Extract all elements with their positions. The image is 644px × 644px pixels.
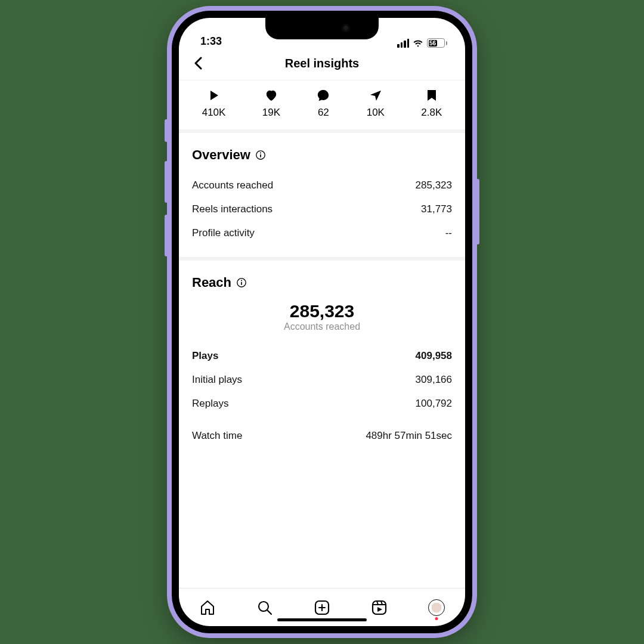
phone-frame: 1:33 56 Reel insights xyxy=(167,6,477,638)
comment-icon xyxy=(317,89,330,102)
battery-icon: 56 xyxy=(427,38,447,48)
overview-section: Overview Accounts reached 285,323 Reels … xyxy=(179,133,465,261)
notch xyxy=(265,18,379,39)
stat-plays-value: 410K xyxy=(202,107,226,119)
row-label: Plays xyxy=(192,350,218,362)
info-icon[interactable] xyxy=(255,150,266,160)
phone-power-button xyxy=(476,179,479,244)
row-label: Replays xyxy=(192,398,228,410)
row-label: Watch time xyxy=(192,430,242,442)
stat-saves-value: 2.8K xyxy=(421,107,442,119)
stat-saves[interactable]: 2.8K xyxy=(421,89,442,119)
row-value: 100,792 xyxy=(416,398,452,410)
row-value: 31,773 xyxy=(421,203,452,215)
row-label: Profile activity xyxy=(192,227,255,239)
phone-mute-switch xyxy=(165,119,168,142)
svg-point-1 xyxy=(260,153,261,154)
home-icon xyxy=(199,599,216,616)
stat-likes[interactable]: 19K xyxy=(262,89,280,119)
info-icon[interactable] xyxy=(236,277,247,288)
nav-search[interactable] xyxy=(256,599,274,617)
overview-title: Overview xyxy=(192,147,250,163)
reach-accounts-label: Accounts reached xyxy=(192,321,452,332)
row-label: Accounts reached xyxy=(192,179,273,191)
row-value: 489hr 57min 51sec xyxy=(366,430,452,442)
cellular-signal-icon xyxy=(397,39,409,48)
notification-dot xyxy=(435,617,438,620)
row-label: Initial plays xyxy=(192,374,242,386)
nav-create[interactable] xyxy=(313,599,331,617)
nav-home[interactable] xyxy=(199,599,216,617)
phone-volume-up xyxy=(165,161,168,203)
play-icon xyxy=(208,89,220,101)
row-label: Reels interactions xyxy=(192,203,273,215)
stat-shares-value: 10K xyxy=(367,107,385,119)
bookmark-icon xyxy=(426,89,437,102)
screen: 1:33 56 Reel insights xyxy=(179,18,465,626)
reach-section: Reach 285,323 Accounts reached Plays 409… xyxy=(179,261,465,460)
status-time: 1:33 xyxy=(200,35,222,48)
svg-point-4 xyxy=(241,280,242,281)
heart-icon xyxy=(265,89,278,101)
page-title: Reel insights xyxy=(179,57,465,70)
page-header: Reel insights xyxy=(179,50,465,80)
row-initial-plays: Initial plays 309,166 xyxy=(192,368,452,392)
svg-rect-5 xyxy=(241,282,242,285)
row-value: 409,958 xyxy=(416,350,452,362)
reach-title: Reach xyxy=(192,275,231,290)
stat-likes-value: 19K xyxy=(262,107,280,119)
svg-rect-2 xyxy=(260,154,261,157)
nav-profile[interactable] xyxy=(428,599,445,617)
chevron-left-icon xyxy=(194,57,202,70)
stat-comments-value: 62 xyxy=(318,107,329,119)
wifi-icon xyxy=(413,39,423,47)
row-plays-total: Plays 409,958 xyxy=(192,344,452,368)
row-value: 309,166 xyxy=(416,374,452,386)
row-replays: Replays 100,792 xyxy=(192,392,452,416)
plus-square-icon xyxy=(314,599,330,616)
stats-summary-row: 410K 19K 62 10K 2.8K xyxy=(179,80,465,133)
row-accounts-reached[interactable]: Accounts reached 285,323 xyxy=(192,174,452,197)
row-reels-interactions[interactable]: Reels interactions 31,773 xyxy=(192,197,452,221)
reels-icon xyxy=(371,599,388,616)
row-value: 285,323 xyxy=(416,179,452,191)
stat-comments[interactable]: 62 xyxy=(317,89,330,119)
svg-rect-11 xyxy=(373,601,386,614)
row-watch-time: Watch time 489hr 57min 51sec xyxy=(192,424,452,448)
avatar xyxy=(428,599,445,616)
stat-shares[interactable]: 10K xyxy=(367,89,385,119)
phone-volume-down xyxy=(165,215,168,256)
nav-reels[interactable] xyxy=(370,599,388,617)
reach-accounts-value: 285,323 xyxy=(192,301,452,321)
stat-plays[interactable]: 410K xyxy=(202,89,226,119)
row-value: -- xyxy=(445,227,452,239)
search-icon xyxy=(256,599,273,616)
home-indicator[interactable] xyxy=(277,618,367,621)
svg-line-7 xyxy=(267,610,271,614)
share-icon xyxy=(369,89,382,101)
back-button[interactable] xyxy=(190,55,206,72)
row-profile-activity[interactable]: Profile activity -- xyxy=(192,221,452,245)
